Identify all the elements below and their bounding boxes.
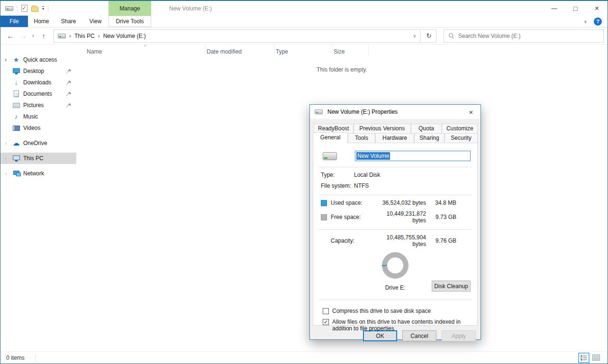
column-header-date-modified[interactable]: Date modified — [205, 45, 274, 57]
navigation-pane: ∨ ★ Quick access Desktop ↓ Downloads Doc… — [0, 45, 76, 351]
tab-drive-tools[interactable]: Drive Tools — [109, 16, 151, 27]
sidebar-item-label: OneDrive — [23, 140, 47, 146]
column-header-size[interactable]: Size — [332, 45, 369, 57]
documents-icon — [14, 91, 19, 97]
chevron-right-icon[interactable]: › — [0, 171, 11, 176]
recent-locations-icon[interactable]: ∨ — [30, 34, 36, 38]
this-pc-icon — [13, 155, 20, 160]
expand-ribbon-icon[interactable]: ∨ — [584, 19, 587, 24]
customize-qat-icon[interactable]: ▾ — [42, 6, 44, 11]
tab-tools[interactable]: Tools — [348, 133, 375, 143]
divider — [319, 229, 472, 230]
breadcrumb-separator-icon: › — [69, 33, 71, 39]
chevron-right-icon[interactable]: › — [0, 155, 11, 161]
tab-home[interactable]: Home — [28, 16, 55, 27]
close-button[interactable]: × — [586, 1, 608, 16]
sidebar-item-videos[interactable]: Videos — [0, 122, 76, 134]
index-contents-row: ✓ Allow files on this drive to have cont… — [323, 318, 471, 332]
tab-view[interactable]: View — [82, 16, 109, 27]
details-view-button[interactable] — [578, 353, 590, 363]
sidebar-item-pictures[interactable]: Pictures — [0, 100, 76, 111]
sidebar-item-label: Quick access — [23, 56, 57, 63]
breadcrumb[interactable]: › This PC › New Volume (E:) ∨ — [54, 29, 421, 43]
tab-file[interactable]: File — [0, 16, 28, 27]
dialog-close-icon[interactable]: × — [466, 108, 476, 116]
apply-button[interactable]: Apply — [442, 330, 476, 341]
filesystem-value: NTFS — [354, 182, 369, 189]
breadcrumb-new-volume[interactable]: New Volume (E:) — [103, 33, 146, 39]
tab-customize[interactable]: Customize — [442, 124, 478, 133]
titlebar: ✓ ▾ Manage New Volume (E:) — □ × — [0, 1, 608, 16]
minimize-button[interactable]: — — [544, 1, 565, 16]
sidebar-item-this-pc[interactable]: › This PC — [0, 153, 76, 164]
column-header-type[interactable]: Type — [274, 45, 332, 57]
dialog-title: New Volume (E:) Properties — [327, 109, 398, 115]
back-button[interactable]: ← — [4, 32, 17, 40]
address-dropdown-icon[interactable]: ∨ — [408, 34, 420, 38]
divider — [319, 167, 472, 167]
empty-folder-message: This folder is empty. — [76, 66, 608, 73]
tab-share[interactable]: Share — [55, 16, 82, 27]
pin-icon — [66, 91, 72, 97]
help-icon[interactable]: ? — [594, 18, 602, 26]
up-button[interactable]: ↑ — [37, 32, 50, 40]
column-header-name[interactable]: ^ Name — [85, 45, 205, 57]
quick-access-star-icon: ★ — [11, 56, 21, 64]
pin-icon — [66, 69, 72, 74]
dialog-tabs: ReadyBoost Previous Versions Quota Custo… — [310, 119, 481, 143]
divider — [319, 195, 472, 195]
maximize-button[interactable]: □ — [565, 1, 586, 16]
sidebar-item-network[interactable]: › Network — [0, 168, 76, 179]
tab-previous-versions[interactable]: Previous Versions — [354, 124, 411, 133]
dialog-titlebar[interactable]: New Volume (E:) Properties × — [310, 105, 481, 119]
properties-dialog: New Volume (E:) Properties × ReadyBoost … — [309, 104, 481, 340]
filesystem-label: File system: — [321, 182, 354, 189]
cancel-button[interactable]: Cancel — [402, 330, 436, 341]
sidebar-item-documents[interactable]: Documents — [0, 88, 76, 100]
refresh-button[interactable]: ↻ — [422, 29, 436, 43]
address-bar: ← → ∨ ↑ › This PC › New Volume (E:) ∨ ↻ … — [0, 27, 608, 45]
sidebar-item-onedrive[interactable]: › ☁ OneDrive — [0, 137, 76, 149]
network-icon — [13, 171, 19, 175]
sidebar-item-desktop[interactable]: Desktop — [0, 65, 76, 77]
tab-readyboost[interactable]: ReadyBoost — [314, 124, 354, 133]
tab-quota[interactable]: Quota — [411, 124, 442, 133]
free-space-swatch — [321, 214, 327, 220]
breadcrumb-this-pc[interactable]: This PC — [74, 33, 95, 39]
tab-general[interactable]: General — [313, 132, 348, 143]
index-checkbox[interactable]: ✓ — [323, 319, 329, 325]
disk-cleanup-button[interactable]: Disk Cleanup — [432, 281, 471, 291]
large-icons-view-button[interactable] — [590, 353, 602, 363]
sidebar-item-music[interactable]: ♪ Music — [0, 111, 76, 122]
used-space-bytes: 36,524,032 bytes — [372, 200, 426, 206]
free-space-size: 9.73 GB — [426, 214, 456, 220]
search-input[interactable]: Search New Volume (E:) — [444, 29, 604, 43]
sidebar-item-downloads[interactable]: ↓ Downloads — [0, 77, 76, 88]
forward-button[interactable]: → — [18, 32, 29, 40]
chevron-right-icon[interactable]: › — [0, 140, 11, 146]
volume-label-input[interactable]: New Volume — [355, 151, 471, 161]
manage-contextual-header: Manage — [109, 1, 151, 16]
ok-button[interactable]: OK — [363, 330, 397, 341]
type-label: Type: — [321, 172, 354, 178]
capacity-size: 9.76 GB — [426, 237, 456, 244]
sidebar-item-label: Music — [23, 113, 38, 120]
tab-security[interactable]: Security — [445, 133, 478, 143]
videos-icon — [13, 126, 20, 131]
divider — [48, 5, 48, 12]
properties-icon[interactable]: ✓ — [21, 5, 27, 12]
chevron-down-icon[interactable]: ∨ — [0, 58, 11, 62]
sidebar-item-label: Desktop — [23, 68, 44, 74]
sidebar-item-quick-access[interactable]: ∨ ★ Quick access — [0, 54, 76, 65]
sidebar-item-label: This PC — [23, 155, 44, 162]
capacity-label: Capacity: — [331, 237, 372, 244]
used-space-size: 34.8 MB — [426, 200, 456, 206]
downloads-icon: ↓ — [11, 79, 21, 86]
selected-text: New Volume — [356, 152, 390, 160]
compress-checkbox[interactable] — [323, 308, 329, 314]
capacity-bytes: 10,485,755,904 bytes — [372, 234, 426, 247]
new-folder-icon[interactable] — [31, 7, 38, 12]
tab-sharing[interactable]: Sharing — [414, 133, 445, 143]
tab-hardware[interactable]: Hardware — [375, 133, 414, 143]
view-toggles — [578, 353, 608, 363]
